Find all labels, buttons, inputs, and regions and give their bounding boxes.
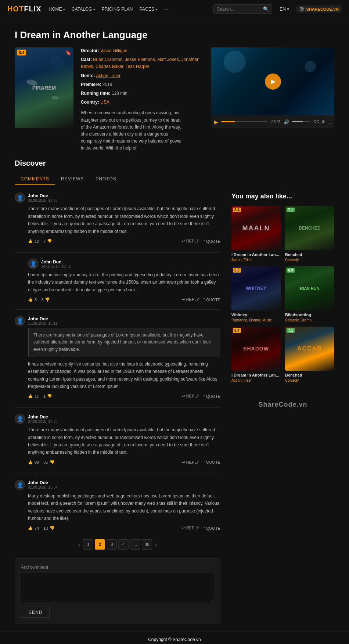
movie-poster: PIRAREM 8.4 🔖	[15, 47, 73, 128]
video-player[interactable]: ▶ -03:01 🔊 CC ⚙ ⛶	[211, 47, 334, 128]
comment-textarea[interactable]	[21, 573, 214, 602]
send-comment-button[interactable]: SEND	[21, 607, 50, 618]
country-label: Country:	[81, 100, 99, 105]
movie-section: I Dream in Another Language PIRAREM 8.4 …	[0, 18, 349, 159]
fish-decoration-2	[51, 96, 59, 100]
comment-2-dislike[interactable]: 3 👎	[41, 297, 50, 302]
volume-fill	[292, 121, 303, 122]
cast-link[interactable]: Brian Cranston, Jesse Plemons, Matt Jone…	[81, 57, 199, 69]
comment-1-like[interactable]: 👍 12	[28, 239, 39, 244]
comment-4-reply[interactable]: ↩ REPLY	[182, 460, 199, 465]
pagination: ‹ 1 2 3 4 ... 36 ›	[15, 539, 220, 550]
next-page-button[interactable]: ›	[154, 542, 158, 547]
director-row: Director: Vince Gilligan	[81, 47, 204, 54]
bubble-3	[260, 79, 290, 109]
genre-link[interactable]: Action, Triler	[96, 73, 120, 78]
director-link[interactable]: Vince Gilligan	[100, 48, 127, 53]
comment-1-quote[interactable]: " QUOTE	[204, 239, 220, 244]
comment-3-like[interactable]: 👍 11	[28, 394, 39, 399]
page-2-button[interactable]: 2	[95, 539, 105, 550]
bubble-decoration	[50, 55, 65, 70]
comment-4-dislike[interactable]: 35 👎	[43, 460, 54, 465]
comment-2-quote[interactable]: " QUOTE	[204, 298, 220, 302]
sharecode-display: ShareCode.vn	[258, 401, 307, 408]
comment-3-reply[interactable]: ↩ REPLY	[182, 394, 199, 399]
sidebar-movie-6[interactable]: ACCAB 7.1 Benched Comedy	[285, 327, 334, 382]
sidebar-movie-3-rating: 6.3	[233, 268, 241, 273]
sidebar-movie-2-title: Benched	[285, 252, 334, 257]
sidebar-movie-5-image: SHADOW	[231, 327, 281, 371]
sidebar-movie-1[interactable]: MAALN 8.4 I Dream in Another Lan... Acti…	[231, 206, 281, 262]
subtitles-icon[interactable]: CC	[313, 119, 319, 124]
player-controls: CC ⚙ ⛶	[313, 119, 331, 124]
sidebar-movie-6-poster: ACCAB 7.1	[285, 327, 334, 371]
comment-5-dislike[interactable]: 13 👎	[43, 526, 54, 530]
sidebar-movie-3-image: WHITNEY	[231, 266, 281, 310]
sidebar-movie-4-poster: RIAS RUN 6.9	[285, 266, 334, 310]
comment-5-reply[interactable]: ↩ REPLY	[182, 526, 199, 530]
comment-3-quote[interactable]: " QUOTE	[204, 394, 220, 399]
nav-pricing[interactable]: PRICING PLAN	[102, 7, 133, 12]
comment-1-dislike[interactable]: 7 👎	[43, 239, 52, 244]
comment-5-quote[interactable]: " QUOTE	[204, 526, 220, 530]
sidebar-movie-2[interactable]: BENCHED 7.1 Benched Comedy	[285, 206, 334, 262]
fullscreen-icon[interactable]: ⛶	[327, 119, 331, 124]
discover-title: Discover	[15, 159, 334, 168]
comment-4: 👤 John Doe 07.08.2018, 14:33 There are m…	[15, 414, 220, 465]
search-input[interactable]	[217, 7, 261, 12]
language-button[interactable]: EN ▾	[280, 7, 289, 12]
sidebar-title: You may also like...	[231, 193, 334, 200]
add-comment-box: Add comment SEND	[15, 558, 220, 624]
country-link[interactable]: USA	[100, 100, 109, 105]
sidebar-movie-3[interactable]: WHITNEY 6.3 Whitney Romance, Drama, Musi…	[231, 266, 281, 322]
comment-3-author-block: John Doe 11.08.2018, 13:11	[28, 316, 58, 325]
nav-pages[interactable]: PAGES ▾	[140, 7, 158, 12]
comment-4-quote[interactable]: " QUOTE	[204, 460, 220, 464]
nav-catalog[interactable]: CATALOG ▾	[72, 7, 95, 12]
comment-4-like[interactable]: 👍 99	[28, 460, 39, 465]
comment-1-reply[interactable]: ↩ REPLY	[182, 239, 199, 244]
comment-1-actions: 👍 12 7 👎 ↩ REPLY " QUOTE	[28, 239, 220, 244]
sidebar-movie-1-genre: Action, Triler	[231, 258, 281, 262]
page-3-button[interactable]: 3	[107, 539, 117, 550]
search-icon[interactable]: 🔍	[263, 6, 269, 12]
prev-page-button[interactable]: ‹	[77, 542, 82, 547]
comment-2-date: 24.08.2018, 10:41	[41, 265, 71, 269]
comment-3-text: It has survived not only five centuries,…	[28, 360, 220, 391]
sidebar-movie-6-title: Benched	[285, 373, 334, 377]
bubble-2	[305, 61, 316, 72]
sidebar-movie-2-image: BENCHED	[285, 206, 334, 250]
comment-3-dislike[interactable]: 1 👎	[43, 394, 52, 399]
play-control-icon[interactable]: ▶	[214, 119, 218, 125]
tab-comments[interactable]: COMMENTS	[15, 173, 55, 185]
site-logo[interactable]: HOTFLIX	[7, 5, 42, 13]
runtime-label: Running time:	[81, 91, 111, 96]
settings-icon[interactable]: ⚙	[321, 119, 325, 124]
comment-5-like[interactable]: 👍 74	[28, 526, 39, 530]
progress-bar[interactable]	[221, 121, 267, 122]
sidebar-movie-5-genre: Action, Triler	[231, 378, 281, 382]
page-1-button[interactable]: 1	[83, 539, 93, 550]
tab-photos[interactable]: PHOTOS	[90, 173, 122, 185]
page-last-button[interactable]: 36	[142, 539, 152, 550]
volume-icon[interactable]: 🔊	[284, 119, 289, 125]
sidebar-movie-1-title: I Dream in Another Lan...	[231, 252, 281, 257]
sidebar-movie-5[interactable]: SHADOW 8.4 I Dream in Another Lan... Act…	[231, 327, 281, 382]
sidebar-movie-4[interactable]: RIAS RUN 6.9 Blindspotting Comedy, Drama	[285, 266, 334, 322]
movie-title: I Dream in Another Language	[15, 29, 334, 41]
divider-4	[15, 474, 220, 474]
page-4-button[interactable]: 4	[118, 539, 129, 550]
comment-2-reply[interactable]: ↩ REPLY	[182, 297, 199, 302]
bookmark-icon[interactable]: 🔖	[65, 50, 71, 55]
tab-reviews[interactable]: REVIEWS	[55, 173, 90, 185]
nav-home[interactable]: HOME ▾	[49, 7, 65, 12]
comment-2-actions: 👍 8 3 👎 ↩ REPLY " QUOTE	[28, 297, 220, 302]
add-comment-label: Add comment	[21, 565, 214, 570]
sharecode-icon: 🎬	[299, 7, 305, 11]
comment-2-like[interactable]: 👍 8	[28, 297, 37, 302]
comment-5-date: 02.08.2018, 15:34	[28, 485, 58, 489]
volume-bar[interactable]	[292, 121, 310, 122]
nav-more[interactable]: ···	[164, 6, 169, 12]
search-bar: 🔍	[213, 4, 272, 14]
comment-1-text: There are many variations of passages of…	[28, 205, 220, 235]
